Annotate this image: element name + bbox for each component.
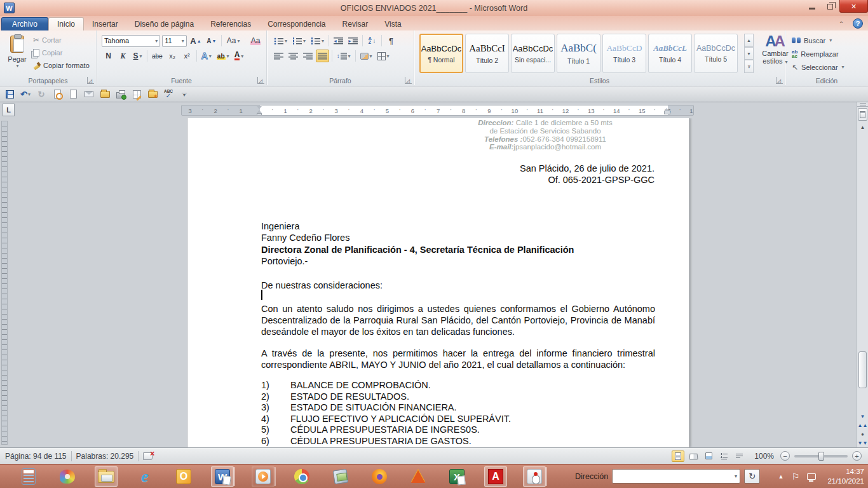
new-document-button[interactable] bbox=[67, 88, 79, 100]
collapse-ribbon-icon[interactable]: ⌃ bbox=[836, 20, 846, 27]
style-titulo-2[interactable]: AaBbCcITítulo 2 bbox=[465, 34, 509, 73]
justify-button[interactable] bbox=[316, 50, 329, 62]
document-page[interactable]: Direccion: Calle 1 de diciembre a 50 mts… bbox=[187, 118, 689, 447]
numbering-button[interactable]: ▾ bbox=[290, 34, 308, 47]
taskbar-clock[interactable]: 14:37 21/10/2021 bbox=[827, 467, 864, 486]
horizontal-ruler[interactable]: 321 1234567891011121314151617 bbox=[181, 105, 694, 116]
vertical-scrollbar[interactable]: ▲ ▼ ▲▲ ● ▼▼ bbox=[857, 102, 868, 447]
tab-diseno-de-pagina[interactable]: Diseño de página bbox=[126, 17, 202, 30]
font-color-button[interactable]: A▾ bbox=[233, 50, 246, 62]
quick-print-button[interactable] bbox=[115, 88, 126, 100]
scroll-up-button[interactable]: ▲ bbox=[857, 122, 868, 132]
portapapeles-dialog-launcher[interactable]: ◿ bbox=[87, 77, 94, 84]
tab-revisar[interactable]: Revisar bbox=[334, 17, 377, 30]
print-layout-view-button[interactable] bbox=[672, 451, 684, 462]
taskbar-word-icon[interactable]: W bbox=[211, 466, 234, 487]
zoom-level[interactable]: 100% bbox=[754, 452, 774, 461]
address-go-button[interactable]: ↻ bbox=[744, 469, 760, 484]
select-browse-object-button[interactable]: ● bbox=[861, 430, 864, 438]
taskbar-scanner-icon[interactable] bbox=[329, 466, 352, 487]
parrafo-dialog-launcher[interactable]: ◿ bbox=[405, 77, 412, 84]
shading-button[interactable]: ▾ bbox=[358, 50, 374, 62]
undo-button[interactable]: ↶▾ bbox=[20, 88, 31, 100]
change-case-button[interactable]: Aa▾ bbox=[225, 34, 241, 47]
qat-overflow-button[interactable]: —▾ bbox=[179, 88, 190, 100]
increase-indent-button[interactable] bbox=[346, 34, 360, 47]
decrease-indent-button[interactable] bbox=[332, 34, 345, 47]
fuente-dialog-launcher[interactable]: ◿ bbox=[257, 77, 264, 84]
subscript-button[interactable]: x₂ bbox=[166, 50, 179, 62]
align-left-button[interactable] bbox=[272, 50, 285, 62]
copy-button[interactable]: Copiar bbox=[33, 47, 90, 58]
indent-marker-right[interactable] bbox=[663, 108, 670, 114]
undo-dropdown-icon[interactable]: ▾ bbox=[28, 92, 31, 97]
style-sin-espaciado[interactable]: AaBbCcDcSin espaci... bbox=[511, 34, 555, 73]
split-handle[interactable] bbox=[857, 102, 868, 107]
proofing-errors-icon[interactable] bbox=[143, 452, 153, 460]
restore-button[interactable] bbox=[821, 0, 839, 13]
show-hidden-icons-button[interactable]: ▲ bbox=[778, 473, 784, 480]
tab-vista[interactable]: Vista bbox=[376, 17, 409, 30]
redo-button[interactable]: ↻ bbox=[36, 88, 47, 100]
taskbar-calculator-icon[interactable] bbox=[17, 466, 40, 487]
style-normal[interactable]: AaBbCcDc¶ Normal bbox=[419, 34, 463, 73]
word-count[interactable]: Palabras: 20.295 bbox=[76, 452, 134, 461]
address-input[interactable] bbox=[613, 470, 734, 482]
superscript-button[interactable]: x² bbox=[180, 50, 194, 62]
styles-scroll-down[interactable]: ▼ bbox=[744, 47, 754, 60]
tab-stop-selector[interactable]: L bbox=[3, 104, 15, 116]
print-preview-button[interactable] bbox=[51, 88, 63, 100]
previous-page-button[interactable]: ▲▲ bbox=[858, 421, 868, 430]
style-titulo-5[interactable]: AaBbCcDcTítulo 5 bbox=[694, 34, 738, 73]
style-titulo-4[interactable]: AaBbCcLTítulo 4 bbox=[648, 34, 692, 73]
styles-gallery-more[interactable]: ⊽ bbox=[744, 60, 754, 73]
taskbar-autocad-icon[interactable]: A bbox=[484, 466, 507, 487]
action-center-flag-icon[interactable]: ⚐ bbox=[791, 471, 799, 482]
format-painter-button[interactable]: Copiar formato bbox=[33, 60, 90, 71]
minimize-button[interactable] bbox=[803, 0, 821, 13]
shrink-font-button[interactable]: A▼ bbox=[205, 34, 218, 47]
align-center-button[interactable] bbox=[287, 50, 300, 62]
close-button[interactable]: × bbox=[839, 0, 868, 13]
taskbar-nero-icon[interactable] bbox=[407, 466, 430, 487]
tab-correspondencia[interactable]: Correspondencia bbox=[259, 17, 334, 30]
scrollbar-thumb[interactable] bbox=[858, 351, 867, 388]
draft-view-button[interactable] bbox=[733, 451, 745, 462]
bold-button[interactable]: N bbox=[102, 50, 115, 62]
send-mail-button[interactable] bbox=[83, 88, 95, 100]
spelling-button[interactable]: ABC✓ bbox=[163, 88, 174, 100]
tab-insertar[interactable]: Insertar bbox=[84, 17, 126, 30]
zoom-slider-thumb[interactable] bbox=[818, 452, 824, 461]
paste-dropdown-icon[interactable]: ▾ bbox=[16, 63, 18, 69]
outline-view-button[interactable] bbox=[717, 451, 730, 462]
tab-archivo[interactable]: Archivo bbox=[1, 17, 48, 30]
save-button[interactable] bbox=[4, 88, 15, 100]
edit-document-button[interactable] bbox=[131, 88, 142, 100]
taskbar-chrome-icon[interactable] bbox=[290, 466, 313, 487]
zoom-slider[interactable] bbox=[794, 455, 848, 458]
zoom-out-button[interactable]: − bbox=[780, 451, 790, 461]
font-family-combo[interactable]: Tahoma▾ bbox=[102, 35, 160, 47]
fullscreen-reading-view-button[interactable] bbox=[687, 451, 700, 462]
align-right-button[interactable] bbox=[301, 50, 315, 62]
highlight-button[interactable]: ab▾ bbox=[215, 50, 231, 62]
indent-markers-left[interactable] bbox=[256, 106, 262, 116]
taskbar-firefox-icon[interactable] bbox=[368, 466, 391, 487]
styles-scroll-up[interactable]: ▲ bbox=[744, 34, 754, 47]
find-button[interactable]: Buscar▾ bbox=[792, 35, 844, 46]
web-layout-view-button[interactable] bbox=[702, 451, 715, 462]
taskbar-excel-icon[interactable]: X bbox=[445, 466, 468, 487]
style-titulo-3[interactable]: AaBbCcDTítulo 3 bbox=[602, 34, 646, 73]
taskbar-java-icon[interactable] bbox=[523, 466, 546, 487]
page-indicator[interactable]: Página: 94 de 115 bbox=[5, 452, 67, 461]
view-ruler-toggle[interactable] bbox=[858, 108, 867, 121]
tab-inicio[interactable]: Inicio bbox=[48, 17, 84, 30]
borders-button[interactable]: ▾ bbox=[376, 50, 391, 62]
clear-formatting-button[interactable]: Aa bbox=[248, 34, 262, 47]
folder-options-button[interactable] bbox=[147, 88, 158, 100]
font-size-combo[interactable]: 11▾ bbox=[162, 35, 187, 47]
scroll-down-button[interactable]: ▼ bbox=[860, 412, 865, 421]
text-effects-button[interactable]: A▾ bbox=[200, 50, 214, 62]
open-button[interactable] bbox=[99, 88, 111, 100]
strikethrough-button[interactable]: abe bbox=[150, 50, 165, 62]
